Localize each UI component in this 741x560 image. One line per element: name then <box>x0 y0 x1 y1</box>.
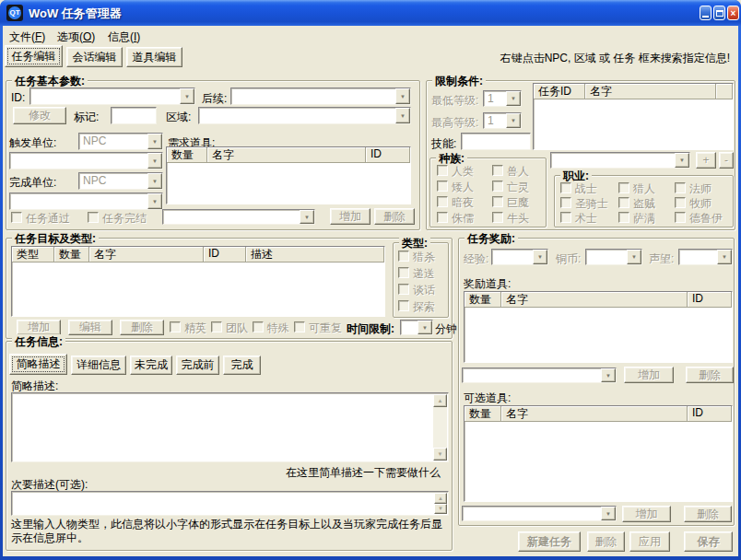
apply-button[interactable]: 应用 <box>629 531 670 552</box>
race-orc-checkbox[interactable] <box>492 165 503 176</box>
tab-dialog-edit[interactable]: 会话编辑 <box>66 47 123 67</box>
required-item-delete-button[interactable]: 删除 <box>374 208 415 225</box>
class-checkbox-row[interactable]: 猎人 <box>618 181 655 197</box>
copper-combobox[interactable]: ▼ <box>585 249 642 265</box>
dropdown-arrow-icon[interactable]: ▼ <box>395 88 410 104</box>
class-checkbox-row[interactable]: 盗贼 <box>618 196 655 212</box>
optional-items-table[interactable]: 数量 名字 ID <box>464 405 733 502</box>
trigger-type-combobox[interactable]: NPC▼ <box>78 133 163 150</box>
class-warrior-checkbox[interactable] <box>560 182 571 193</box>
menu-options[interactable]: 选项(O) <box>53 28 99 47</box>
quest-id-combobox[interactable]: ▼ <box>29 88 195 105</box>
column-header[interactable]: ID <box>366 147 410 163</box>
reward-items-table[interactable]: 数量 名字 ID <box>464 291 733 363</box>
dropdown-arrow-icon[interactable]: ▼ <box>180 88 194 104</box>
class-druid-checkbox[interactable] <box>675 212 686 223</box>
menu-info[interactable]: 信息(I) <box>104 28 144 47</box>
info-tab-detail[interactable]: 详细信息 <box>71 356 126 375</box>
column-header[interactable]: 描述 <box>246 247 384 262</box>
info-tab-incomplete[interactable]: 未完成 <box>130 356 172 375</box>
race-checkbox-row[interactable]: 人类 <box>437 164 474 180</box>
column-header[interactable]: 任务ID <box>534 84 585 99</box>
quest-pass-checkbox[interactable] <box>11 212 22 223</box>
class-shaman-checkbox[interactable] <box>618 212 629 223</box>
vertical-scrollbar[interactable]: ▲ ▼ <box>433 394 447 461</box>
scroll-down-icon[interactable]: ▼ <box>433 448 447 461</box>
dropdown-arrow-icon[interactable]: ▼ <box>147 173 162 189</box>
area-combobox[interactable]: ▼ <box>198 107 411 124</box>
type-checkbox-row[interactable]: 谈话 <box>398 283 435 298</box>
scroll-up-icon[interactable]: ▲ <box>433 394 447 407</box>
column-header[interactable]: 数量 <box>167 147 207 163</box>
next-quest-combobox[interactable]: ▼ <box>230 88 411 105</box>
class-checkbox-row[interactable]: 战士 <box>560 181 597 197</box>
type-checkbox-row[interactable]: 猎杀 <box>398 250 435 265</box>
info-tab-before-complete[interactable]: 完成前 <box>176 356 219 375</box>
flag-repeatable-checkbox[interactable] <box>294 321 305 332</box>
dropdown-arrow-icon[interactable]: ▼ <box>506 113 521 128</box>
column-header[interactable]: 类型 <box>12 247 54 262</box>
prequest-table[interactable]: 任务ID 名字 <box>533 83 734 150</box>
quest-finish-checkbox[interactable] <box>88 212 99 223</box>
class-checkbox-row[interactable]: 圣骑士 <box>560 196 608 212</box>
reputation-combobox[interactable]: ▼ <box>678 249 733 265</box>
class-checkbox-row[interactable]: 德鲁伊 <box>675 211 723 227</box>
column-header[interactable]: 数量 <box>465 292 501 308</box>
race-undead-checkbox[interactable] <box>492 181 503 192</box>
optional-item-add-button[interactable]: 增加 <box>622 506 671 522</box>
reward-item-combobox[interactable]: ▼ <box>462 368 617 383</box>
type-explore-checkbox[interactable] <box>398 300 409 311</box>
dropdown-arrow-icon[interactable]: ▼ <box>627 250 641 264</box>
column-header[interactable]: 名字 <box>207 147 366 163</box>
objectives-table[interactable]: 类型 数量 名字 ID 描述 <box>11 246 385 317</box>
race-checkbox-row[interactable]: 侏儒 <box>437 211 474 227</box>
tab-quest-edit[interactable]: 任务编辑 <box>5 45 63 67</box>
race-dwarf-checkbox[interactable] <box>437 181 448 192</box>
dropdown-arrow-icon[interactable]: ▼ <box>300 210 314 224</box>
new-quest-button[interactable]: 新建任务 <box>518 531 581 552</box>
objective-add-button[interactable]: 增加 <box>17 320 61 335</box>
type-deliver-checkbox[interactable] <box>398 267 409 278</box>
info-tab-brief[interactable]: 简略描述 <box>9 354 67 375</box>
objective-edit-button[interactable]: 编辑 <box>68 320 112 335</box>
dropdown-arrow-icon[interactable]: ▼ <box>533 250 547 264</box>
skill-input[interactable] <box>461 133 531 150</box>
race-checkbox-row[interactable]: 牛头 <box>492 211 529 227</box>
close-button[interactable]: × <box>727 6 739 20</box>
dropdown-arrow-icon[interactable]: ▼ <box>147 134 162 149</box>
dropdown-arrow-icon[interactable]: ▼ <box>675 153 689 168</box>
type-kill-checkbox[interactable] <box>398 251 409 262</box>
race-nightelf-checkbox[interactable] <box>437 196 448 207</box>
dropdown-arrow-icon[interactable]: ▼ <box>395 108 410 123</box>
column-header[interactable]: 名字 <box>501 292 688 308</box>
tab-item-edit[interactable]: 道具编辑 <box>126 47 182 67</box>
scroll-up-icon[interactable]: ▲ <box>434 493 447 504</box>
race-checkbox-row[interactable]: 亡灵 <box>492 180 529 195</box>
quest-pass-checkbox-row[interactable]: 任务通过 <box>11 211 70 227</box>
flag-checkbox-row[interactable]: 特殊 <box>253 321 289 336</box>
save-button[interactable]: 保存 <box>684 531 733 552</box>
type-checkbox-row[interactable]: 探索 <box>398 299 435 315</box>
required-item-add-button[interactable]: 增加 <box>330 208 370 225</box>
reward-item-delete-button[interactable]: 删除 <box>686 367 734 383</box>
prequest-remove-button[interactable]: - <box>719 152 734 169</box>
class-checkbox-row[interactable]: 法师 <box>675 181 712 197</box>
race-checkbox-row[interactable]: 暗夜 <box>437 195 474 211</box>
delete-quest-button[interactable]: 删除 <box>587 531 625 552</box>
secondary-desc-textarea[interactable]: ▲ ▼ <box>11 491 449 516</box>
dropdown-arrow-icon[interactable]: ▼ <box>418 321 432 334</box>
race-checkbox-row[interactable]: 兽人 <box>492 164 529 180</box>
race-tauren-checkbox[interactable] <box>492 212 503 223</box>
complete-npc-combobox[interactable]: ▼ <box>9 192 163 210</box>
flag-special-checkbox[interactable] <box>253 321 264 332</box>
dropdown-arrow-icon[interactable]: ▼ <box>147 153 162 169</box>
optional-item-combobox[interactable]: ▼ <box>462 506 617 521</box>
minimize-button[interactable] <box>700 6 712 20</box>
column-header[interactable]: 数量 <box>465 406 501 422</box>
class-rogue-checkbox[interactable] <box>618 197 629 208</box>
class-checkbox-row[interactable]: 牧师 <box>675 196 712 212</box>
flag-elite-checkbox[interactable] <box>170 321 181 332</box>
column-header[interactable]: ID <box>204 247 246 262</box>
race-checkbox-row[interactable]: 巨魔 <box>492 195 529 211</box>
brief-desc-textarea[interactable]: ▲ ▼ <box>11 392 449 462</box>
